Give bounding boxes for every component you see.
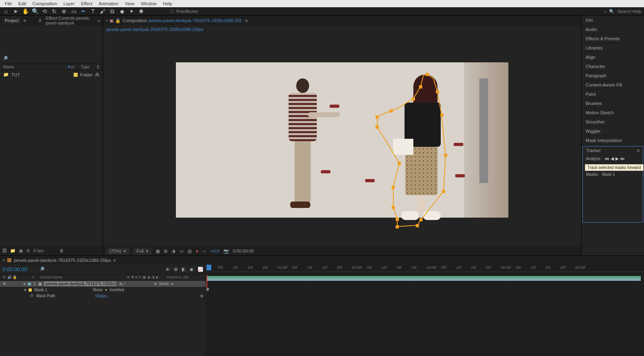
masks-value[interactable]: Mask 1 xyxy=(602,172,615,177)
close-tab-icon[interactable]: × xyxy=(2,258,5,263)
zoom-tool-icon[interactable]: 🔍 xyxy=(31,8,39,14)
rotobezier-checkbox[interactable]: ☐ xyxy=(170,9,174,14)
visibility-icon[interactable]: 👁 xyxy=(2,282,6,286)
comp-link[interactable]: pexels-pavel-danilyuk-7816375-1920x1080-… xyxy=(149,18,244,23)
panel-brushes[interactable]: Brushes xyxy=(582,99,644,108)
col-source[interactable]: Source Name xyxy=(40,275,127,280)
panel-character[interactable]: Character xyxy=(582,62,644,71)
lock-icon[interactable]: 🔒 xyxy=(115,18,121,23)
mask-row[interactable]: ▾ Mask 1 None ▾ Inverted xyxy=(0,287,206,293)
analyze-back-icon[interactable]: ◀ xyxy=(611,156,614,161)
panel-align[interactable]: Align xyxy=(582,53,644,62)
analyze-forward-icon[interactable]: ▶ xyxy=(615,156,619,161)
project-tab[interactable]: Project xyxy=(2,16,21,25)
layer-color[interactable] xyxy=(28,282,31,286)
help-search[interactable]: » 🔍 Search Help xyxy=(604,9,642,14)
menu-animation[interactable]: Animation xyxy=(95,1,122,6)
project-tab-menu-icon[interactable]: ≡ xyxy=(23,18,26,23)
frame-blend-icon[interactable]: ◧ xyxy=(182,267,186,272)
parent-pick-icon[interactable]: ⊚ xyxy=(154,282,157,286)
stopwatch-icon[interactable]: ⏱ xyxy=(30,294,34,298)
new-folder-icon[interactable]: 📁 xyxy=(10,248,16,253)
tab-menu-icon[interactable]: ≡ xyxy=(245,18,248,23)
rectangle-tool-icon[interactable]: ▭ xyxy=(70,8,77,14)
new-comp-icon[interactable]: ▣ xyxy=(19,248,23,253)
comp-breadcrumb[interactable]: pexels-pavel-danilyuk-7816375-1920x1080-… xyxy=(103,25,581,33)
menu-edit[interactable]: Edit xyxy=(15,1,29,6)
twirl-icon[interactable]: ▾ xyxy=(23,282,25,286)
rotate-tool-icon[interactable]: ↻ xyxy=(51,8,58,14)
col-type[interactable]: Type xyxy=(80,65,97,69)
shy-icon[interactable]: 👁 xyxy=(165,267,170,272)
tab-menu-icon[interactable]: ≡ xyxy=(113,258,116,263)
settings-icon[interactable]: ⚙ xyxy=(26,248,30,253)
hand-tool-icon[interactable]: ✋ xyxy=(22,8,29,14)
type-tool-icon[interactable]: T xyxy=(89,8,97,14)
analyze-forward-all-icon[interactable]: ⏭ xyxy=(620,156,625,161)
composition-viewer[interactable] xyxy=(103,33,581,247)
trash-icon[interactable]: 🗑 xyxy=(60,248,64,253)
col-tag-icon[interactable]: ▼ xyxy=(67,65,71,69)
project-search[interactable]: 🔎 xyxy=(2,56,100,61)
menu-effect[interactable]: Effect xyxy=(78,1,95,6)
current-timecode[interactable]: 0:00:00:00 xyxy=(2,266,27,272)
mask-name[interactable]: Mask 1 xyxy=(34,288,91,292)
orbit-tool-icon[interactable]: ⟲ xyxy=(41,8,48,14)
col-name[interactable]: Name xyxy=(3,65,67,69)
close-tab-icon[interactable]: × xyxy=(105,18,108,23)
mask-color-icon[interactable] xyxy=(29,288,32,292)
chevron-right-icon[interactable]: » xyxy=(98,18,100,23)
timeline-tab[interactable]: pexels-pavel-danilyuk-7816375-1920x1080-… xyxy=(14,258,111,263)
panel-wiggler[interactable]: Wiggler xyxy=(582,127,644,136)
panel-motion-sketch[interactable]: Motion Sketch xyxy=(582,108,644,117)
track-switches-icon[interactable]: ⊞ xyxy=(174,267,178,272)
menu-help[interactable]: Help xyxy=(160,1,175,6)
resolution-select[interactable]: Full▾ xyxy=(133,248,152,255)
tracker-title[interactable]: Tracker xyxy=(586,148,601,153)
label-color-icon[interactable] xyxy=(74,73,78,77)
mask-inverted-label[interactable]: Inverted xyxy=(109,288,124,292)
color-icon[interactable]: ● xyxy=(196,249,198,253)
switches[interactable]: ⊕ ╱ xyxy=(119,282,151,286)
motion-blur-icon[interactable]: ◉ xyxy=(190,267,194,272)
expand-icon[interactable]: » xyxy=(604,9,607,14)
panel-libraries[interactable]: Libraries xyxy=(582,43,644,53)
flow-icon[interactable]: ⁂ xyxy=(95,72,99,77)
panel-content-aware[interactable]: Content-Aware Fill xyxy=(582,80,644,90)
puppet-tool-icon[interactable]: ✱ xyxy=(138,8,145,14)
layer-bar[interactable] xyxy=(206,276,641,281)
keyframe-icon[interactable] xyxy=(206,288,209,290)
col-parent[interactable]: Parent & Link xyxy=(167,275,203,280)
guides-icon[interactable]: ⊞ xyxy=(164,249,167,254)
panel-paragraph[interactable]: Paragraph xyxy=(582,71,644,80)
mask-mode-dropdown[interactable]: None xyxy=(93,288,103,292)
timeline-area[interactable]: 05f10f15f20f01:00f05f10f15f20f02:00f05f1… xyxy=(206,265,644,356)
panel-smoother[interactable]: Smoother xyxy=(582,117,644,127)
expression-pick-icon[interactable]: ⊚ xyxy=(200,294,203,298)
layer-name[interactable]: pexels-pavel-danilyuk-7816375-1920x1080-… xyxy=(44,282,117,286)
panel-paint[interactable]: Paint xyxy=(582,90,644,99)
pen-tool-icon[interactable]: ✒ xyxy=(80,8,87,14)
analyze-back-all-icon[interactable]: ⏮ xyxy=(605,156,609,161)
mask-path-overlay[interactable] xyxy=(369,70,462,231)
menu-layer[interactable]: Layer xyxy=(60,1,78,6)
playhead-icon[interactable] xyxy=(206,265,211,270)
clone-tool-icon[interactable]: ⧉ xyxy=(109,8,116,15)
menu-view[interactable]: View xyxy=(122,1,138,6)
selection-tool-icon[interactable]: ➤ xyxy=(12,8,19,14)
panel-audio[interactable]: Audio xyxy=(582,25,644,34)
bpc-label[interactable]: 8 bpc xyxy=(33,248,44,253)
timeline-search[interactable]: 🔎 xyxy=(39,267,45,272)
col-s[interactable]: S xyxy=(97,65,99,69)
exposure-value[interactable]: +0.0 xyxy=(211,249,219,253)
eraser-tool-icon[interactable]: ◆ xyxy=(118,8,126,14)
snapshot-icon[interactable]: 📷 xyxy=(223,249,229,254)
parent-dropdown[interactable]: None xyxy=(159,282,169,286)
panel-mask-interp[interactable]: Mask Interpolation xyxy=(582,136,644,145)
region-icon[interactable]: ▭ xyxy=(180,249,184,254)
time-ruler[interactable]: 05f10f15f20f01:00f05f10f15f20f02:00f05f1… xyxy=(206,265,644,272)
panel-info[interactable]: Info xyxy=(582,16,644,25)
zoom-select[interactable]: (75%)▾ xyxy=(106,248,129,255)
shape-link[interactable]: Shape.. xyxy=(95,294,109,298)
brush-tool-icon[interactable]: 🖌 xyxy=(99,8,106,14)
